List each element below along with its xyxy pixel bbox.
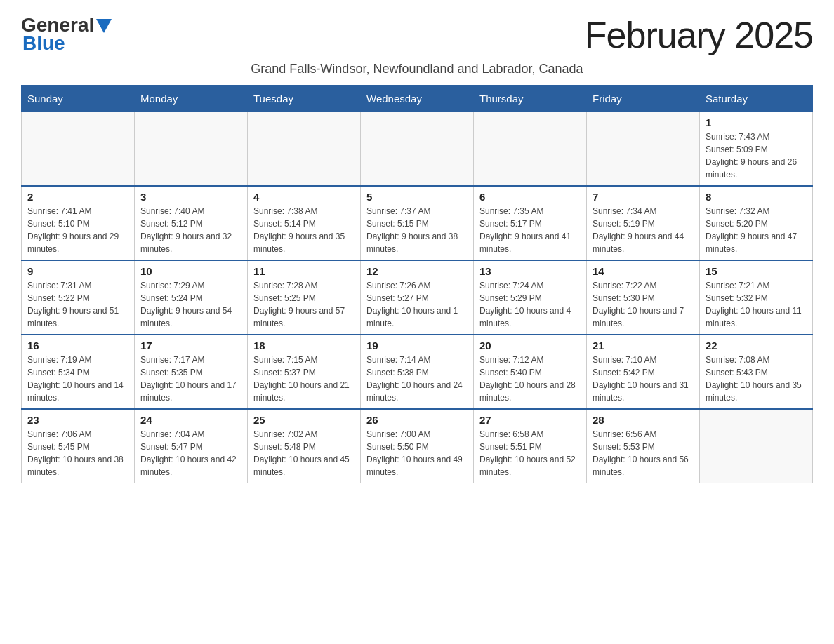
day-info: Sunrise: 6:58 AM Sunset: 5:51 PM Dayligh… — [479, 428, 581, 478]
day-info: Sunrise: 7:32 AM Sunset: 5:20 PM Dayligh… — [706, 205, 807, 255]
day-number: 15 — [706, 265, 807, 277]
day-number: 17 — [140, 340, 241, 351]
day-number: 3 — [140, 191, 241, 203]
logo-triangle-icon — [96, 19, 112, 33]
day-info: Sunrise: 7:38 AM Sunset: 5:14 PM Dayligh… — [253, 205, 355, 255]
calendar-day: 21Sunrise: 7:10 AM Sunset: 5:42 PM Dayli… — [587, 335, 700, 409]
calendar-day: 26Sunrise: 7:00 AM Sunset: 5:50 PM Dayli… — [361, 409, 474, 483]
day-header-monday: Monday — [135, 86, 248, 112]
day-number: 27 — [479, 414, 581, 426]
calendar-day: 18Sunrise: 7:15 AM Sunset: 5:37 PM Dayli… — [248, 335, 361, 409]
calendar-week-row: 23Sunrise: 7:06 AM Sunset: 5:45 PM Dayli… — [22, 409, 813, 483]
calendar-day: 14Sunrise: 7:22 AM Sunset: 5:30 PM Dayli… — [587, 260, 700, 335]
svg-marker-0 — [96, 19, 112, 33]
calendar-day — [22, 112, 135, 187]
calendar-day: 20Sunrise: 7:12 AM Sunset: 5:40 PM Dayli… — [474, 335, 587, 409]
day-info: Sunrise: 7:21 AM Sunset: 5:32 PM Dayligh… — [706, 279, 807, 330]
calendar-day — [361, 112, 474, 187]
logo: General Blue — [21, 14, 112, 55]
day-header-friday: Friday — [587, 86, 700, 112]
day-number: 20 — [479, 340, 581, 351]
day-info: Sunrise: 7:29 AM Sunset: 5:24 PM Dayligh… — [140, 279, 241, 330]
day-number: 2 — [27, 191, 128, 203]
day-info: Sunrise: 7:40 AM Sunset: 5:12 PM Dayligh… — [140, 205, 241, 255]
day-info: Sunrise: 7:00 AM Sunset: 5:50 PM Dayligh… — [366, 428, 468, 478]
day-number: 21 — [593, 340, 694, 351]
calendar-week-row: 1Sunrise: 7:43 AM Sunset: 5:09 PM Daylig… — [22, 112, 813, 187]
day-info: Sunrise: 7:24 AM Sunset: 5:29 PM Dayligh… — [479, 279, 581, 330]
day-header-sunday: Sunday — [22, 86, 135, 112]
day-number: 22 — [706, 340, 807, 351]
calendar: SundayMondayTuesdayWednesdayThursdayFrid… — [21, 85, 813, 483]
calendar-day: 23Sunrise: 7:06 AM Sunset: 5:45 PM Dayli… — [22, 409, 135, 483]
day-header-tuesday: Tuesday — [248, 86, 361, 112]
day-number: 10 — [140, 265, 241, 277]
day-info: Sunrise: 7:31 AM Sunset: 5:22 PM Dayligh… — [27, 279, 128, 330]
calendar-day: 4Sunrise: 7:38 AM Sunset: 5:14 PM Daylig… — [248, 186, 361, 260]
calendar-header-row: SundayMondayTuesdayWednesdayThursdayFrid… — [22, 86, 813, 112]
day-info: Sunrise: 7:34 AM Sunset: 5:19 PM Dayligh… — [593, 205, 694, 255]
day-number: 1 — [706, 116, 807, 128]
calendar-day: 8Sunrise: 7:32 AM Sunset: 5:20 PM Daylig… — [700, 186, 813, 260]
calendar-day — [587, 112, 700, 187]
calendar-day: 1Sunrise: 7:43 AM Sunset: 5:09 PM Daylig… — [700, 112, 813, 187]
calendar-day: 27Sunrise: 6:58 AM Sunset: 5:51 PM Dayli… — [474, 409, 587, 483]
day-info: Sunrise: 7:22 AM Sunset: 5:30 PM Dayligh… — [593, 279, 694, 330]
day-info: Sunrise: 7:10 AM Sunset: 5:42 PM Dayligh… — [593, 354, 694, 404]
calendar-week-row: 2Sunrise: 7:41 AM Sunset: 5:10 PM Daylig… — [22, 186, 813, 260]
day-number: 8 — [706, 191, 807, 203]
day-header-wednesday: Wednesday — [361, 86, 474, 112]
day-info: Sunrise: 7:02 AM Sunset: 5:48 PM Dayligh… — [253, 428, 355, 478]
calendar-day: 6Sunrise: 7:35 AM Sunset: 5:17 PM Daylig… — [474, 186, 587, 260]
day-info: Sunrise: 7:43 AM Sunset: 5:09 PM Dayligh… — [706, 130, 807, 181]
day-number: 26 — [366, 414, 468, 426]
day-info: Sunrise: 7:08 AM Sunset: 5:43 PM Dayligh… — [706, 354, 807, 404]
calendar-day: 10Sunrise: 7:29 AM Sunset: 5:24 PM Dayli… — [135, 260, 248, 335]
day-header-saturday: Saturday — [700, 86, 813, 112]
calendar-day: 22Sunrise: 7:08 AM Sunset: 5:43 PM Dayli… — [700, 335, 813, 409]
day-number: 5 — [366, 191, 468, 203]
day-info: Sunrise: 7:26 AM Sunset: 5:27 PM Dayligh… — [366, 279, 468, 330]
calendar-day — [474, 112, 587, 187]
calendar-day: 15Sunrise: 7:21 AM Sunset: 5:32 PM Dayli… — [700, 260, 813, 335]
logo-blue-text: Blue — [21, 32, 65, 55]
day-info: Sunrise: 7:06 AM Sunset: 5:45 PM Dayligh… — [27, 428, 128, 478]
day-info: Sunrise: 7:19 AM Sunset: 5:34 PM Dayligh… — [27, 354, 128, 404]
day-info: Sunrise: 7:28 AM Sunset: 5:25 PM Dayligh… — [253, 279, 355, 330]
calendar-day: 19Sunrise: 7:14 AM Sunset: 5:38 PM Dayli… — [361, 335, 474, 409]
calendar-day: 24Sunrise: 7:04 AM Sunset: 5:47 PM Dayli… — [135, 409, 248, 483]
day-number: 19 — [366, 340, 468, 351]
calendar-week-row: 9Sunrise: 7:31 AM Sunset: 5:22 PM Daylig… — [22, 260, 813, 335]
calendar-day: 16Sunrise: 7:19 AM Sunset: 5:34 PM Dayli… — [22, 335, 135, 409]
day-number: 6 — [479, 191, 581, 203]
day-info: Sunrise: 7:14 AM Sunset: 5:38 PM Dayligh… — [366, 354, 468, 404]
day-number: 16 — [27, 340, 128, 351]
calendar-day: 12Sunrise: 7:26 AM Sunset: 5:27 PM Dayli… — [361, 260, 474, 335]
calendar-day: 3Sunrise: 7:40 AM Sunset: 5:12 PM Daylig… — [135, 186, 248, 260]
day-info: Sunrise: 7:41 AM Sunset: 5:10 PM Dayligh… — [27, 205, 128, 255]
day-number: 28 — [593, 414, 694, 426]
day-info: Sunrise: 7:37 AM Sunset: 5:15 PM Dayligh… — [366, 205, 468, 255]
day-number: 13 — [479, 265, 581, 277]
calendar-day: 28Sunrise: 6:56 AM Sunset: 5:53 PM Dayli… — [587, 409, 700, 483]
calendar-day — [248, 112, 361, 187]
header: General Blue February 2025 — [21, 14, 813, 56]
calendar-day: 13Sunrise: 7:24 AM Sunset: 5:29 PM Dayli… — [474, 260, 587, 335]
day-info: Sunrise: 7:12 AM Sunset: 5:40 PM Dayligh… — [479, 354, 581, 404]
calendar-day: 25Sunrise: 7:02 AM Sunset: 5:48 PM Dayli… — [248, 409, 361, 483]
calendar-day — [700, 409, 813, 483]
calendar-day: 7Sunrise: 7:34 AM Sunset: 5:19 PM Daylig… — [587, 186, 700, 260]
title-area: February 2025 — [585, 14, 813, 56]
calendar-day: 5Sunrise: 7:37 AM Sunset: 5:15 PM Daylig… — [361, 186, 474, 260]
day-number: 11 — [253, 265, 355, 277]
day-info: Sunrise: 7:35 AM Sunset: 5:17 PM Dayligh… — [479, 205, 581, 255]
calendar-day: 9Sunrise: 7:31 AM Sunset: 5:22 PM Daylig… — [22, 260, 135, 335]
day-number: 25 — [253, 414, 355, 426]
day-number: 7 — [593, 191, 694, 203]
day-number: 23 — [27, 414, 128, 426]
calendar-day: 11Sunrise: 7:28 AM Sunset: 5:25 PM Dayli… — [248, 260, 361, 335]
page-title: February 2025 — [585, 14, 813, 56]
day-number: 9 — [27, 265, 128, 277]
calendar-week-row: 16Sunrise: 7:19 AM Sunset: 5:34 PM Dayli… — [22, 335, 813, 409]
calendar-day: 17Sunrise: 7:17 AM Sunset: 5:35 PM Dayli… — [135, 335, 248, 409]
